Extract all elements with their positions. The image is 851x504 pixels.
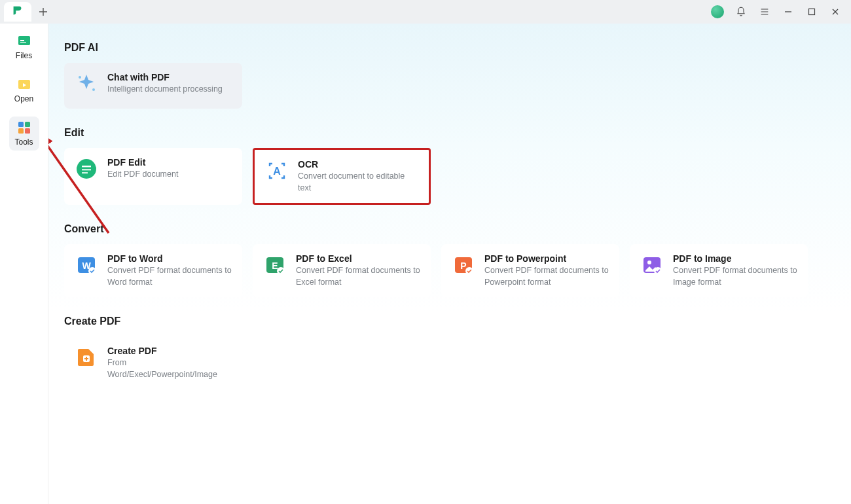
close-icon [831,8,839,16]
section-title-convert: Convert [64,223,835,235]
svg-point-28 [647,261,651,264]
card-pdf-to-powerpoint[interactable]: P PDF to Powerpoint Convert PDF format d… [441,244,619,297]
svg-rect-16 [82,172,88,173]
hamburger-icon [759,7,770,17]
powerpoint-icon: P [452,253,475,277]
tab-well [4,2,52,22]
svg-point-11 [79,76,81,79]
notifications-button[interactable] [729,0,753,24]
sidebar-item-label: Files [16,51,32,60]
tools-icon [17,120,31,135]
svg-text:A: A [273,166,281,177]
excel-icon: E [263,253,287,277]
section-title-edit: Edit [64,127,835,139]
svg-text:E: E [272,261,278,271]
card-chat-with-pdf[interactable]: Chat with PDF Intelligent document proce… [64,63,242,109]
sparkle-icon [75,72,98,96]
avatar-icon [711,5,724,18]
svg-text:P: P [460,261,466,271]
svg-rect-9 [25,128,30,134]
window-maximize-button[interactable] [800,0,824,24]
window-close-button[interactable] [824,0,847,24]
app-logo-icon [10,5,25,19]
create-pdf-icon [75,346,98,369]
card-desc: Intelligent document processing [107,84,223,96]
sidebar-item-open[interactable]: Open [9,73,39,107]
card-desc: Edit PDF document [107,169,178,181]
svg-point-12 [92,88,95,91]
card-desc: Convert PDF format documents to Excel fo… [296,265,420,288]
card-ocr[interactable]: A OCR Convert document to editable text [253,148,431,205]
card-title: PDF to Powerpoint [484,253,609,264]
svg-rect-14 [82,166,91,167]
minimize-icon [784,8,792,16]
app-tab[interactable] [4,2,31,22]
card-pdf-to-word[interactable]: W PDF to Word Convert PDF format documen… [64,244,242,297]
card-pdf-to-image[interactable]: PDF to Image Convert PDF format document… [630,244,808,297]
card-desc: From Word/Execl/Powerpoint/Image [107,357,232,380]
sidebar-item-label: Tools [14,137,33,147]
card-title: PDF to Excel [296,253,420,264]
svg-rect-3 [20,42,26,43]
section-title-create: Create PDF [64,315,835,327]
files-icon [16,34,32,48]
svg-rect-7 [25,122,30,127]
card-desc: Convert PDF format documents to Word for… [107,265,232,288]
card-title: PDF to Image [673,253,797,264]
sidebar: Files Open Tools [0,24,48,504]
card-desc: Convert PDF format documents to Image fo… [673,265,797,288]
maximize-icon [808,8,816,16]
word-icon: W [75,253,98,277]
svg-rect-6 [18,122,24,127]
section-title-pdf-ai: PDF AI [64,42,835,54]
titlebar [0,0,851,24]
card-title: Chat with PDF [107,72,223,82]
ocr-icon: A [265,159,289,183]
sidebar-item-files[interactable]: Files [9,30,39,64]
card-title: Create PDF [107,346,232,356]
card-desc: Convert PDF format documents to Powerpoi… [484,265,609,288]
menu-button[interactable] [753,0,776,24]
pdf-edit-icon [75,157,98,181]
avatar-button[interactable] [706,0,729,24]
window-minimize-button[interactable] [776,0,800,24]
svg-rect-15 [82,169,91,170]
sidebar-item-tools[interactable]: Tools [9,117,39,151]
card-title: PDF to Word [107,253,232,264]
card-pdf-to-excel[interactable]: E PDF to Excel Convert PDF format docume… [253,244,431,297]
new-tab-button[interactable] [34,3,52,21]
svg-rect-0 [809,9,815,15]
svg-rect-8 [18,128,24,134]
image-icon [640,253,664,277]
card-pdf-edit[interactable]: PDF Edit Edit PDF document [64,148,242,205]
main-content: PDF AI Chat with PDF Intelligent documen… [48,24,851,504]
sidebar-item-label: Open [14,94,33,103]
card-title: OCR [298,159,418,170]
bell-icon [736,7,746,17]
card-desc: Convert document to editable text [298,171,418,194]
card-title: PDF Edit [107,157,178,168]
svg-rect-2 [20,40,24,41]
open-icon [16,77,32,92]
card-create-pdf[interactable]: Create PDF From Word/Execl/Powerpoint/Im… [64,336,242,389]
